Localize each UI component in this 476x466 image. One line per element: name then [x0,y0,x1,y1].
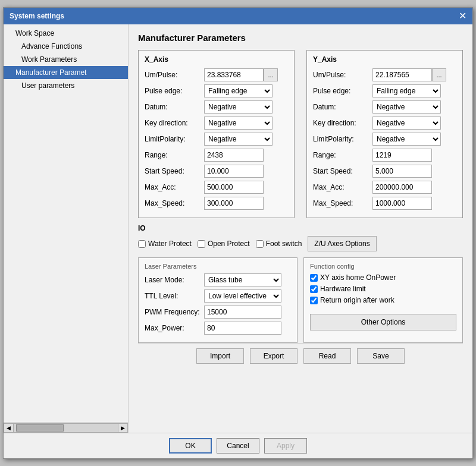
y-pulse-edge-select[interactable]: Falling edge Rising edge [372,84,441,97]
y-datum-row: Datum: Negative Positive [313,100,456,114]
x-um-pulse-input[interactable] [204,68,264,81]
return-origin-checkbox[interactable]: Return origin after work [310,296,456,304]
y-start-speed-input[interactable] [372,165,432,178]
func-config-group: Function config XY axis home OnPower Har… [303,257,463,343]
x-um-pulse-dots-button[interactable]: ... [264,68,278,81]
scroll-right-arrow[interactable]: ▶ [118,424,127,432]
x-pulse-edge-label: Pulse edge: [145,87,204,95]
system-settings-dialog: System settings ✕ Work Space Advance Fun… [3,7,473,459]
apply-button[interactable]: Apply [264,438,307,454]
dialog-title: System settings [10,12,64,20]
y-datum-label: Datum: [313,103,372,111]
ttl-level-row: TTL Level: Low level effective High leve… [145,289,291,303]
y-key-dir-row: Key direction: Negative Positive [313,116,456,130]
y-key-dir-select[interactable]: Negative Positive [372,116,441,130]
read-button[interactable]: Read [303,348,351,364]
laser-mode-label: Laser Mode: [145,276,204,284]
x-pulse-edge-row: Pulse edge: Falling edge Rising edge [145,84,288,97]
x-key-dir-select[interactable]: Negative Positive [204,116,273,130]
xy-home-label: XY axis home OnPower [320,273,396,282]
pwm-freq-input[interactable] [204,306,281,319]
x-key-dir-row: Key direction: Negative Positive [145,116,288,130]
sidebar-item-user[interactable]: User parameters [4,79,128,92]
y-start-speed-row: Start Speed: [313,165,456,178]
io-row: Water Protect Open Protect Foot switch Z… [138,236,463,251]
save-button[interactable]: Save [357,348,405,364]
laser-params-title: Laser Parameters [145,263,291,270]
scroll-thumb[interactable] [16,424,64,432]
hw-limit-checkbox[interactable]: Hardware limit [310,285,456,293]
pwm-freq-row: PWM Frequency: [145,306,291,319]
y-um-pulse-row: Um/Pulse: ... [313,68,456,81]
close-button[interactable]: ✕ [459,11,466,21]
x-pulse-edge-select[interactable]: Falling edge Rising edge [204,84,273,97]
xy-home-checkbox[interactable]: XY axis home OnPower [310,273,456,282]
xy-home-input[interactable] [310,274,318,282]
ttl-level-select[interactable]: Low level effective High level effective [204,289,281,303]
y-pulse-edge-label: Pulse edge: [313,87,372,95]
y-um-pulse-dots-button[interactable]: ... [432,68,446,81]
lower-row: Laser Parameters Laser Mode: Glass tube … [138,257,463,343]
y-datum-select[interactable]: Negative Positive [372,100,441,114]
x-max-speed-input[interactable] [204,197,264,210]
y-pulse-edge-row: Pulse edge: Falling edge Rising edge [313,84,456,97]
water-protect-input[interactable] [138,240,146,248]
x-limit-pol-select[interactable]: Negative Positive [204,133,273,146]
section-title: Manufacturer Parameters [138,33,463,43]
x-max-acc-input[interactable] [204,181,264,194]
y-key-dir-label: Key direction: [313,119,372,127]
laser-mode-row: Laser Mode: Glass tube RF metal tube CO2… [145,273,291,286]
sidebar-item-workspace[interactable]: Work Space [4,27,128,40]
main-content: Manufacturer Parameters X_Axis Um/Pulse:… [129,24,472,433]
foot-switch-label: Foot switch [266,240,302,248]
laser-params-group: Laser Parameters Laser Mode: Glass tube … [138,257,298,343]
y-range-input[interactable] [372,149,432,162]
x-start-speed-label: Start Speed: [145,167,204,175]
hw-limit-input[interactable] [310,285,318,293]
other-options-button[interactable]: Other Options [310,314,456,330]
import-button[interactable]: Import [196,348,244,364]
x-um-pulse-label: Um/Pulse: [145,71,204,79]
return-origin-input[interactable] [310,297,318,304]
y-axis-group: Y_Axis Um/Pulse: ... Pulse edge: Falling… [306,50,463,218]
scroll-left-arrow[interactable]: ◀ [4,424,14,432]
y-limit-pol-row: LimitPolarity: Negative Positive [313,133,456,146]
y-max-acc-input[interactable] [372,181,432,194]
dialog-footer: OK Cancel Apply [4,433,472,458]
x-key-dir-label: Key direction: [145,119,204,127]
x-limit-pol-label: LimitPolarity: [145,135,204,143]
sidebar: Work Space Advance Functions Work Parame… [4,24,129,95]
y-max-acc-row: Max_Acc: [313,181,456,194]
x-max-speed-label: Max_Speed: [145,199,204,207]
foot-switch-checkbox[interactable]: Foot switch [256,240,302,248]
laser-mode-select[interactable]: Glass tube RF metal tube CO2 metal tube [204,273,281,286]
open-protect-label: Open Protect [208,240,250,248]
water-protect-checkbox[interactable]: Water Protect [138,240,192,248]
open-protect-checkbox[interactable]: Open Protect [198,240,250,248]
export-button[interactable]: Export [250,348,298,364]
sidebar-item-manufacturer[interactable]: Manufacturer Paramet [4,66,128,79]
func-config-title: Function config [310,263,456,270]
x-range-input[interactable] [204,149,264,162]
sidebar-item-workparams[interactable]: Work Parameters [4,53,128,66]
max-power-label: Max_Power: [145,324,204,332]
open-protect-input[interactable] [198,240,205,248]
y-range-label: Range: [313,151,372,159]
sidebar-item-advance[interactable]: Advance Functions [4,40,128,53]
io-section: IO Water Protect Open Protect Foot switc… [138,224,463,251]
y-um-pulse-input[interactable] [372,68,432,81]
x-start-speed-input[interactable] [204,165,264,178]
y-start-speed-label: Start Speed: [313,167,372,175]
x-max-speed-row: Max_Speed: [145,197,288,210]
x-um-pulse-row: Um/Pulse: ... [145,68,288,81]
y-limit-pol-select[interactable]: Negative Positive [372,133,441,146]
x-datum-select[interactable]: Negative Positive [204,100,273,114]
axes-row: X_Axis Um/Pulse: ... Pulse edge: Falling… [138,50,463,218]
y-max-speed-input[interactable] [372,197,432,210]
zu-axes-button[interactable]: Z/U Axes Options [308,236,376,251]
max-power-input[interactable] [204,322,281,335]
ok-button[interactable]: OK [169,438,212,454]
foot-switch-input[interactable] [256,240,264,248]
cancel-button[interactable]: Cancel [217,438,259,454]
y-um-pulse-label: Um/Pulse: [313,71,372,79]
